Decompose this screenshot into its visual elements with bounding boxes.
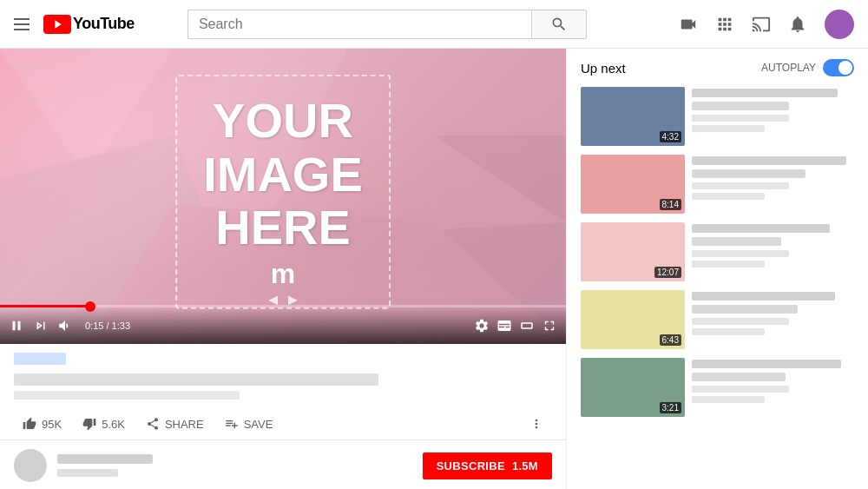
theater-icon (519, 318, 535, 334)
hamburger-menu-button[interactable] (14, 18, 30, 30)
thumbs-down-icon (82, 417, 96, 431)
sidebar-item[interactable]: 4:32 (581, 87, 854, 146)
play-pause-button[interactable] (9, 318, 24, 334)
settings-button[interactable] (474, 318, 490, 334)
channel-info (57, 454, 412, 477)
video-camera-icon (679, 15, 698, 34)
sidebar-duration-1: 4:32 (660, 131, 681, 142)
search-button[interactable] (531, 10, 587, 39)
youtube-logo-text: YouTube (73, 15, 135, 33)
sidebar-title-5a (692, 360, 841, 368)
sidebar-item[interactable]: 8:14 (581, 155, 854, 214)
notification-bell-button[interactable] (788, 15, 807, 34)
play-icon (50, 17, 64, 31)
search-input[interactable] (187, 10, 531, 39)
cast-icon (752, 15, 771, 34)
settings-icon (474, 318, 490, 334)
apps-grid-button[interactable] (715, 15, 734, 34)
video-player[interactable]: YOUR IMAGE HERE m ◄ ► (0, 49, 566, 344)
sidebar-header: Up next AUTOPLAY (581, 59, 854, 76)
more-button[interactable] (521, 412, 552, 436)
share-button[interactable]: SHARE (137, 412, 213, 436)
ctrl-right (474, 318, 557, 334)
sidebar-duration-4: 6:43 (660, 334, 681, 346)
sidebar-title-1a (692, 89, 838, 97)
volume-button[interactable] (57, 318, 73, 334)
dislike-button[interactable]: 5.6K (74, 412, 134, 436)
sidebar-thumbnail-2: 8:14 (581, 155, 685, 214)
youtube-logo-icon (43, 15, 71, 34)
sidebar-info-3 (692, 222, 854, 281)
subtitles-icon (496, 318, 512, 334)
more-icon (529, 417, 543, 431)
channel-avatar[interactable] (14, 449, 47, 482)
subscribe-button[interactable]: SUBSCRIBE 1.5M (423, 453, 552, 479)
sidebar-meta-3a (692, 250, 789, 257)
autoplay-toggle[interactable] (823, 59, 854, 76)
youtube-logo[interactable]: YouTube (43, 15, 135, 34)
time-display: 0:15 / 1:33 (85, 320, 130, 331)
sidebar-duration-2: 8:14 (660, 199, 681, 210)
video-overlay-line3: HERE (203, 201, 363, 254)
share-icon (146, 417, 160, 431)
sidebar-info-5 (692, 358, 854, 417)
video-overlay-logo: m (203, 257, 363, 289)
skip-button[interactable] (33, 318, 49, 334)
video-background: YOUR IMAGE HERE m ◄ ► (0, 49, 566, 344)
sidebar-duration-5: 3:21 (660, 402, 681, 413)
sidebar-item[interactable]: 6:43 (581, 290, 854, 349)
sidebar-info-1 (692, 87, 854, 146)
sidebar-title-1b (692, 102, 789, 110)
video-info (0, 344, 566, 408)
sidebar-meta-5b (692, 396, 765, 403)
video-overlay-line1: YOUR (203, 94, 363, 148)
up-next-label: Up next (581, 61, 626, 76)
theater-mode-button[interactable] (519, 318, 535, 334)
time-total: 1:33 (112, 320, 130, 331)
video-overlay-text: YOUR IMAGE HERE m ◄ ► (175, 75, 391, 309)
sidebar-title-3b (692, 237, 781, 246)
sidebar-meta-1a (692, 115, 789, 122)
channel-name-bar (57, 454, 153, 464)
sidebar-title-2b (692, 169, 806, 178)
avatar[interactable] (825, 10, 854, 39)
volume-icon (57, 318, 73, 334)
header: YouTube (0, 0, 868, 49)
sidebar-thumbnail-3: 12:07 (581, 222, 685, 281)
video-camera-button[interactable] (679, 15, 698, 34)
fullscreen-button[interactable] (542, 318, 557, 334)
main-content: YOUR IMAGE HERE m ◄ ► (0, 49, 868, 489)
sidebar-meta-2a (692, 182, 789, 189)
dislike-count: 5.6K (102, 418, 125, 431)
time-current: 0:15 (85, 320, 103, 331)
sidebar-duration-3: 12:07 (654, 267, 681, 278)
like-count: 95K (42, 418, 62, 431)
like-button[interactable]: 95K (14, 412, 70, 436)
sidebar-title-4a (692, 292, 835, 301)
thumbs-up-icon (23, 417, 36, 431)
sidebar-title-2a (692, 156, 846, 165)
save-button[interactable]: SAVE (216, 412, 282, 436)
sidebar-item[interactable]: 12:07 (581, 222, 854, 281)
sidebar-meta-5a (692, 386, 789, 393)
sidebar-info-2 (692, 155, 854, 214)
search-icon (550, 16, 568, 33)
channel-subs-bar (57, 469, 118, 477)
video-section: YOUR IMAGE HERE m ◄ ► (0, 49, 566, 489)
share-label: SHARE (165, 418, 204, 431)
cast-button[interactable] (752, 15, 771, 34)
autoplay-row: AUTOPLAY (761, 59, 854, 76)
save-icon (225, 417, 239, 431)
subtitles-button[interactable] (496, 318, 512, 334)
video-overlay-line2: IMAGE (203, 147, 363, 201)
header-left: YouTube (14, 15, 135, 34)
sidebar-item[interactable]: 3:21 (581, 358, 854, 417)
skip-icon (33, 318, 49, 334)
sidebar-thumbnail-1: 4:32 (581, 87, 685, 146)
sidebar-meta-3b (692, 261, 765, 268)
pause-icon (9, 318, 24, 334)
sidebar-title-5b (692, 373, 786, 381)
video-tag (14, 353, 66, 365)
sidebar-meta-1b (692, 125, 765, 132)
sidebar-info-4 (692, 290, 854, 349)
